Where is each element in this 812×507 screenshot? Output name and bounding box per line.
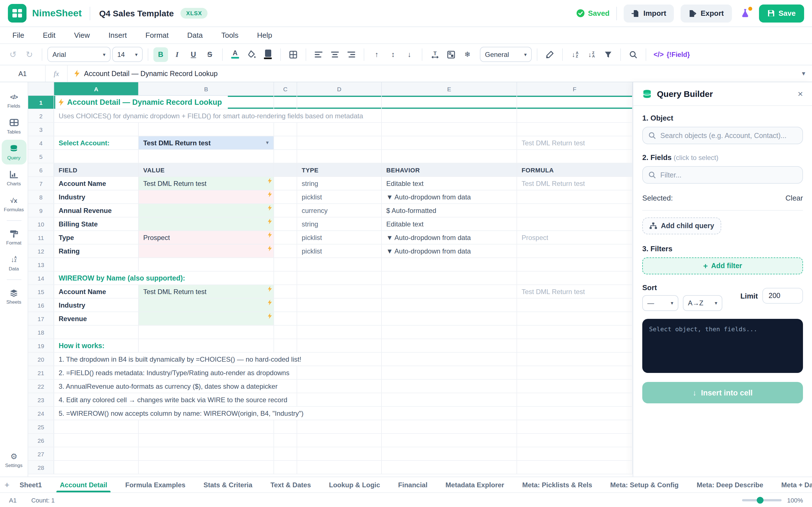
cell-F28[interactable] <box>517 461 633 474</box>
cell-A12[interactable]: Rating <box>54 244 139 258</box>
cell-F11[interactable]: Prospect <box>517 231 633 244</box>
cell-B3[interactable] <box>139 123 274 136</box>
cell-F10[interactable] <box>517 217 633 230</box>
cell-D7[interactable]: string <box>297 177 382 190</box>
cell-D4[interactable] <box>297 136 382 149</box>
row-header-3[interactable]: 3 <box>28 123 54 136</box>
cell-A8[interactable]: Industry <box>54 190 139 203</box>
underline-button[interactable]: U <box>186 47 201 62</box>
zoom-slider-handle[interactable] <box>757 497 764 503</box>
cell-E24[interactable] <box>382 407 517 420</box>
cell-C15[interactable] <box>274 285 297 298</box>
cell-B28[interactable] <box>139 461 274 474</box>
insert-into-cell-button[interactable]: ↓ Insert into cell <box>642 382 803 403</box>
cell-E7[interactable]: Editable text <box>382 177 517 190</box>
merge-cells-button[interactable] <box>444 47 458 62</box>
sheet-tab-financial[interactable]: Financial <box>390 477 435 492</box>
cell-A6[interactable]: FIELD <box>54 163 139 176</box>
cell-C5[interactable] <box>274 150 297 163</box>
cell-F7[interactable]: Test DML Return test <box>517 177 633 190</box>
cell-D24[interactable] <box>297 407 382 420</box>
cell-C9[interactable] <box>274 204 297 217</box>
select-all-corner[interactable] <box>28 82 54 95</box>
row-header-2[interactable]: 2 <box>28 109 54 122</box>
cell-B13[interactable] <box>139 258 274 271</box>
row-header-15[interactable]: 15 <box>28 285 54 298</box>
cell-E11[interactable]: ▼ Auto-dropdown from data <box>382 231 517 244</box>
limit-input[interactable] <box>762 288 803 304</box>
cell-D26[interactable] <box>297 434 382 447</box>
cell-C26[interactable] <box>274 434 297 447</box>
object-search-box[interactable] <box>642 127 803 144</box>
format-paint-button[interactable] <box>543 47 557 62</box>
sort-desc-button[interactable]: ↓ZA <box>584 47 599 62</box>
cell-A10[interactable]: Billing State <box>54 217 139 230</box>
cell-A2-overflow-text[interactable]: Uses CHOICES() for dynamic dropdown + FI… <box>54 109 369 122</box>
row-header-23[interactable]: 23 <box>28 393 54 406</box>
cell-F26[interactable] <box>517 434 633 447</box>
column-header-F[interactable]: F <box>517 82 633 95</box>
add-sheet-button[interactable]: + <box>4 477 10 492</box>
text-color-button[interactable]: A <box>228 47 243 62</box>
cell-F18[interactable] <box>517 326 633 339</box>
cell-C6[interactable] <box>274 163 297 176</box>
import-button[interactable]: Import <box>624 4 674 22</box>
cell-E14[interactable] <box>382 272 517 284</box>
cell-E17[interactable] <box>382 312 517 325</box>
fields-filter-box[interactable] <box>642 166 803 184</box>
bold-button[interactable]: B <box>153 47 168 62</box>
cell-F24[interactable] <box>517 407 633 420</box>
cell-E19[interactable] <box>382 339 517 352</box>
formula-input[interactable]: Account Detail — Dynamic Record Lookup <box>68 69 795 77</box>
menu-help[interactable]: Help <box>257 31 272 40</box>
cell-D6[interactable]: TYPE <box>297 163 382 176</box>
undo-button[interactable]: ↺ <box>6 47 20 62</box>
cell-E10[interactable]: Editable text <box>382 217 517 230</box>
search-button[interactable] <box>626 47 641 62</box>
document-title[interactable]: Q4 Sales Template <box>99 8 174 18</box>
cell-B11[interactable]: Prospect <box>139 231 274 244</box>
cell-D15[interactable] <box>297 285 382 298</box>
cell-E16[interactable] <box>382 298 517 312</box>
cell-D18[interactable] <box>297 326 382 339</box>
cell-F14[interactable] <box>517 272 633 284</box>
cell-A19-overflow-text[interactable]: How it works: <box>54 339 110 352</box>
cell-dropdown-arrow[interactable]: ▼ <box>265 140 269 145</box>
cell-F1[interactable] <box>517 96 633 109</box>
sort-field-select[interactable]: —▾ <box>642 295 678 311</box>
cell-C1[interactable] <box>274 96 297 109</box>
cell-D9[interactable]: currency <box>297 204 382 217</box>
cell-F12[interactable] <box>517 244 633 258</box>
cell-D13[interactable] <box>297 258 382 271</box>
sidebar-item-formulas[interactable]: √xFormulas <box>1 191 26 216</box>
cell-C18[interactable] <box>274 326 297 339</box>
sidebar-item-charts[interactable]: Charts <box>1 166 26 190</box>
cell-A27[interactable] <box>54 447 139 460</box>
cell-A23-overflow-text[interactable]: 4. Edit any colored cell → changes write… <box>54 393 293 406</box>
filter-button[interactable] <box>601 47 615 62</box>
cell-D11[interactable]: picklist <box>297 231 382 244</box>
cell-B15[interactable]: Test DML Return test <box>139 285 274 298</box>
cell-A5[interactable] <box>54 150 139 163</box>
cell-A24-overflow-text[interactable]: 5. =WIREROW() now accepts column by name… <box>54 407 309 420</box>
cell-A21-overflow-text[interactable]: 2. =FIELD() reads metadata: Industry/Typ… <box>54 366 295 379</box>
row-header-19[interactable]: 19 <box>28 339 54 352</box>
row-header-16[interactable]: 16 <box>28 298 54 312</box>
cell-D28[interactable] <box>297 461 382 474</box>
row-header-14[interactable]: 14 <box>28 272 54 284</box>
cell-F27[interactable] <box>517 447 633 460</box>
cell-D17[interactable] <box>297 312 382 325</box>
cell-E13[interactable] <box>382 258 517 271</box>
formula-bar-expand-button[interactable]: ▼ <box>795 70 812 76</box>
labs-flask-button[interactable] <box>739 6 752 20</box>
sheet-tab-meta-deep-describe[interactable]: Meta: Deep Describe <box>689 477 771 492</box>
cell-B25[interactable] <box>139 420 274 433</box>
cell-B18[interactable] <box>139 326 274 339</box>
cell-F2[interactable] <box>517 109 633 122</box>
row-header-20[interactable]: 20 <box>28 353 54 365</box>
cell-C28[interactable] <box>274 461 297 474</box>
column-header-A[interactable]: A <box>54 82 139 95</box>
row-header-18[interactable]: 18 <box>28 326 54 339</box>
cell-D10[interactable]: string <box>297 217 382 230</box>
cell-F16[interactable] <box>517 298 633 312</box>
